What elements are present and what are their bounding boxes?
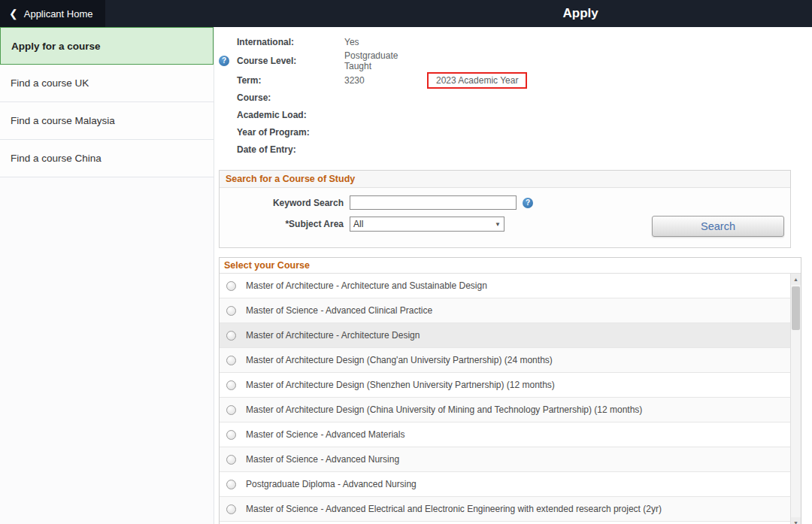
course-row[interactable]: Master of Science - Advanced Clinical Pr… bbox=[220, 298, 790, 323]
detail-label: Term: bbox=[237, 75, 344, 86]
radio-button-icon[interactable] bbox=[226, 306, 236, 316]
course-label: Master of Architecture Design (Shenzhen … bbox=[246, 380, 555, 390]
sidebar-item-find-a-course-china[interactable]: Find a course China bbox=[0, 140, 214, 177]
subject-area-value: All bbox=[353, 219, 363, 229]
applicant-home-button[interactable]: ❮ Applicant Home bbox=[0, 0, 105, 27]
dropdown-arrow-icon: ▼ bbox=[495, 221, 501, 228]
scrollbar[interactable]: ▲ ▼ bbox=[790, 274, 801, 524]
sidebar: Apply for a courseFind a course UKFind a… bbox=[0, 27, 214, 524]
course-row[interactable]: Master of Science - Advanced Electrical … bbox=[220, 497, 790, 522]
course-row[interactable]: Master of Architecture Design (Chang'an … bbox=[220, 348, 790, 373]
top-bar: ❮ Applicant Home Apply bbox=[0, 0, 812, 27]
detail-label: Year of Program: bbox=[237, 127, 344, 138]
course-row[interactable]: Master of Architecture - Architecture an… bbox=[220, 274, 790, 298]
radio-button-icon[interactable] bbox=[226, 405, 236, 415]
course-label: Master of Science - Advanced Nursing bbox=[246, 454, 399, 465]
detail-label: International: bbox=[237, 37, 344, 47]
detail-row: ?Date of Entry: bbox=[219, 141, 801, 158]
scroll-down-arrow-icon[interactable]: ▼ bbox=[791, 517, 801, 524]
course-row[interactable]: Master of Architecture Design (Shenzhen … bbox=[220, 373, 790, 398]
radio-button-icon[interactable] bbox=[226, 281, 236, 291]
course-label: Master of Science - Advanced Clinical Pr… bbox=[246, 305, 432, 316]
course-label: Master of Science - Advanced Electrical … bbox=[246, 504, 662, 514]
detail-row: ?Academic Load: bbox=[219, 106, 801, 123]
radio-button-icon[interactable] bbox=[226, 504, 236, 514]
sidebar-item-apply-for-a-course[interactable]: Apply for a course bbox=[0, 27, 214, 65]
course-row[interactable]: Master of Science - Advanced Nursing bbox=[220, 447, 790, 472]
radio-button-icon[interactable] bbox=[226, 430, 236, 440]
radio-button-icon[interactable] bbox=[226, 480, 236, 489]
detail-row: ?Course: bbox=[219, 89, 801, 106]
course-row[interactable]: Master of Science - Advanced Materials bbox=[220, 423, 790, 447]
course-search-section: Search for a Course of Study Keyword Sea… bbox=[219, 170, 791, 248]
course-label: Master of Architecture Design (Chang'an … bbox=[246, 355, 553, 365]
radio-button-icon[interactable] bbox=[226, 331, 236, 341]
radio-button-icon[interactable] bbox=[226, 380, 236, 390]
course-section-title: Select your Course bbox=[220, 258, 801, 273]
detail-row: ?Year of Program: bbox=[219, 123, 801, 141]
back-chevron-icon: ❮ bbox=[9, 8, 18, 19]
keyword-search-input[interactable] bbox=[350, 195, 517, 210]
detail-row: ?International:Yes bbox=[219, 33, 801, 50]
detail-row: ?Term:32302023 Academic Year bbox=[219, 71, 801, 89]
detail-label: Academic Load: bbox=[237, 110, 344, 120]
highlighted-value: 2023 Academic Year bbox=[427, 72, 527, 89]
radio-button-icon[interactable] bbox=[226, 356, 236, 365]
detail-label: Course: bbox=[237, 92, 344, 103]
scroll-up-arrow-icon[interactable]: ▲ bbox=[791, 274, 801, 285]
course-row[interactable]: Master of Architecture Design (China Uni… bbox=[220, 398, 790, 423]
course-list: Master of Architecture - Architecture an… bbox=[220, 274, 790, 524]
keyword-search-label: Keyword Search bbox=[226, 198, 350, 208]
subject-area-select[interactable]: All ▼ bbox=[350, 217, 504, 232]
help-icon[interactable]: ? bbox=[219, 56, 229, 66]
search-section-title: Search for a Course of Study bbox=[220, 171, 790, 188]
page-title: Apply bbox=[563, 0, 598, 27]
course-list-section: Select your Course Master of Architectur… bbox=[219, 257, 801, 524]
course-row[interactable]: Master of Architecture - Architecture De… bbox=[220, 323, 790, 348]
application-details: ?International:Yes?Course Level:Postgrad… bbox=[219, 33, 801, 158]
search-button[interactable]: Search bbox=[652, 216, 784, 237]
radio-button-icon[interactable] bbox=[226, 455, 236, 465]
detail-value: 3230 bbox=[344, 75, 427, 86]
course-label: Master of Science - Advanced Materials bbox=[246, 429, 404, 440]
detail-label: Course Level: bbox=[237, 56, 344, 66]
course-label: Postgraduate Diploma - Advanced Nursing bbox=[246, 479, 417, 489]
sidebar-item-find-a-course-malaysia[interactable]: Find a course Malaysia bbox=[0, 102, 214, 140]
course-label: Master of Architecture Design (China Uni… bbox=[246, 404, 642, 415]
main-content: ?International:Yes?Course Level:Postgrad… bbox=[214, 27, 812, 524]
course-label: Master of Architecture - Architecture an… bbox=[246, 280, 487, 291]
subject-area-label: *Subject Area bbox=[226, 219, 350, 229]
detail-value: Postgraduate Taught bbox=[344, 50, 427, 71]
search-form: Keyword Search ? *Subject Area All ▼ Sea… bbox=[220, 188, 790, 247]
detail-value: Yes bbox=[344, 37, 427, 47]
course-label: Master of Architecture - Architecture De… bbox=[246, 330, 420, 341]
detail-row: ?Course Level:Postgraduate Taught bbox=[219, 50, 801, 71]
back-label: Applicant Home bbox=[24, 8, 93, 20]
detail-label: Date of Entry: bbox=[237, 144, 344, 155]
scrollbar-thumb[interactable] bbox=[792, 286, 800, 330]
sidebar-item-find-a-course-uk[interactable]: Find a course UK bbox=[0, 65, 214, 102]
help-icon[interactable]: ? bbox=[523, 198, 533, 208]
course-row[interactable]: Postgraduate Diploma - Advanced Nursing bbox=[220, 472, 790, 497]
